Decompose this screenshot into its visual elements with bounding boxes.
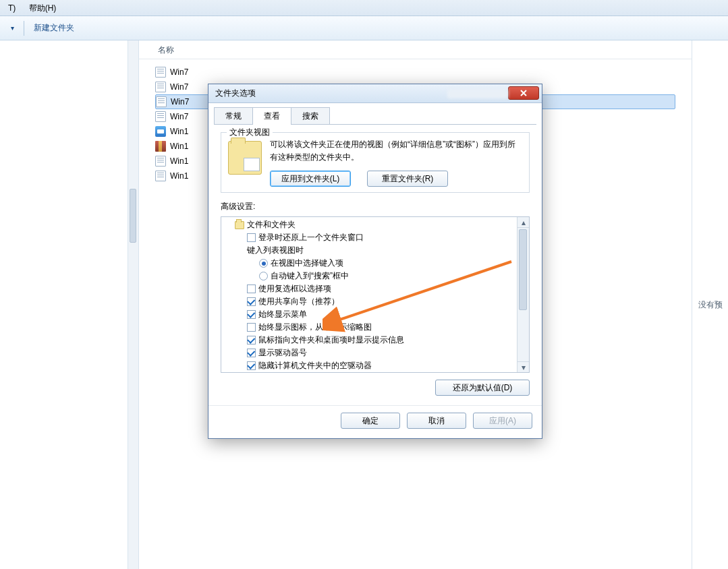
folder-options-dialog: 文件夹选项 常规 查看 搜索 文件夹视图 可以将该文件夹正在使用的视图（例如“详… — [208, 84, 542, 439]
folder-icon — [235, 221, 244, 229]
menu-bar[interactable]: T) 帮助(H) — [0, 0, 728, 16]
checkbox-icon[interactable] — [247, 349, 256, 357]
advanced-settings-box: 文件和文件夹登录时还原上一个文件夹窗口键入列表视图时在视图中选择键入项自动键入到… — [221, 216, 530, 373]
file-name: Win7 — [170, 112, 188, 121]
file-name: Win1 — [170, 156, 188, 166]
tree-item-label: 在视图中选择键入项 — [271, 258, 343, 269]
file-row[interactable]: Win7 — [155, 65, 675, 80]
checkbox-icon[interactable] — [247, 284, 256, 293]
file-name: Win1 — [170, 171, 188, 181]
close-button[interactable] — [508, 86, 539, 100]
folder-views-desc: 可以将该文件夹正在使用的视图（例如“详细信息”或“图标”）应用到所有这种类型的文… — [270, 138, 522, 164]
checkbox-icon[interactable] — [247, 336, 256, 345]
checkbox-icon[interactable] — [247, 233, 256, 242]
folder-views-legend: 文件夹视图 — [227, 127, 273, 138]
restore-defaults-button[interactable]: 还原为默认值(D) — [435, 380, 530, 396]
nav-scroll-thumb[interactable] — [130, 189, 136, 243]
folder-icon — [228, 141, 262, 175]
txt-file-icon — [156, 96, 167, 107]
tree-item[interactable]: 自动键入到“搜索”框中 — [223, 270, 517, 282]
apply-to-folders-button[interactable]: 应用到文件夹(L) — [270, 171, 351, 187]
tree-item[interactable]: 始终显示菜单 — [223, 308, 517, 321]
tree-item[interactable]: 使用共享向导（推荐） — [223, 295, 517, 308]
scroll-down-icon[interactable]: ▾ — [517, 361, 529, 372]
txt-file-icon — [155, 111, 166, 122]
advanced-scrollbar[interactable]: ▴ ▾ — [517, 217, 529, 372]
checkbox-icon[interactable] — [247, 361, 256, 370]
app-file-icon — [155, 126, 166, 137]
file-name: Win7 — [170, 67, 188, 77]
reset-folders-button[interactable]: 重置文件夹(R) — [367, 171, 448, 187]
txt-file-icon — [155, 156, 166, 167]
checkbox-icon[interactable] — [247, 297, 256, 306]
tree-item-label: 登录时还原上一个文件夹窗口 — [258, 232, 364, 243]
toolbar-new-folder[interactable]: 新建文件夹 — [24, 16, 84, 40]
dialog-tabs: 常规 查看 搜索 — [208, 103, 542, 125]
tree-item-label: 自动键入到“搜索”框中 — [271, 270, 349, 282]
file-name: Win1 — [170, 142, 188, 151]
tree-item[interactable]: 显示驱动器号 — [223, 347, 517, 359]
tab-search[interactable]: 搜索 — [291, 107, 330, 125]
tree-item[interactable]: 登录时还原上一个文件夹窗口 — [223, 231, 517, 244]
tree-item-label: 始终显示菜单 — [258, 309, 307, 320]
advanced-settings-tree[interactable]: 文件和文件夹登录时还原上一个文件夹窗口键入列表视图时在视图中选择键入项自动键入到… — [221, 217, 517, 372]
ok-button[interactable]: 确定 — [341, 413, 400, 429]
tree-item-label: 隐藏计算机文件夹中的空驱动器 — [258, 360, 372, 371]
tab-general[interactable]: 常规 — [214, 107, 253, 125]
tree-item-label: 鼠标指向文件夹和桌面项时显示提示信息 — [258, 334, 404, 346]
tree-item-label: 使用复选框以选择项 — [258, 283, 331, 295]
folder-views-group: 文件夹视图 可以将该文件夹正在使用的视图（例如“详细信息”或“图标”）应用到所有… — [221, 132, 530, 193]
tree-item-label: 显示驱动器号 — [258, 347, 307, 359]
file-name: Win7 — [171, 97, 189, 107]
scroll-up-icon[interactable]: ▴ — [517, 217, 529, 228]
file-name: Win7 — [170, 82, 188, 92]
file-name: Win1 — [170, 127, 188, 136]
tree-item[interactable]: 鼠标指向文件夹和桌面项时显示提示信息 — [223, 334, 517, 347]
advanced-scroll-thumb[interactable] — [519, 229, 527, 310]
cancel-button[interactable]: 取消 — [407, 413, 466, 429]
preview-empty-text: 没有预 — [698, 299, 723, 311]
radio-icon[interactable] — [259, 272, 268, 280]
checkbox-icon[interactable] — [247, 310, 256, 319]
preview-pane: 没有预 — [692, 40, 728, 569]
tree-item-label: 始终显示图标，从不显示缩略图 — [258, 322, 372, 333]
tree-root[interactable]: 文件和文件夹 — [223, 218, 517, 231]
close-icon — [520, 89, 528, 97]
tree-item-label: 键入列表视图时 — [247, 245, 304, 256]
toolbar-organize[interactable]: ▾ — [0, 16, 24, 40]
menu-item-tools[interactable]: T) — [3, 1, 21, 16]
apply-button[interactable]: 应用(A) — [473, 413, 532, 429]
dialog-title: 文件夹选项 — [215, 88, 443, 99]
toolbar: ▾ 新建文件夹 — [0, 16, 728, 40]
tree-item-label: 使用共享向导（推荐） — [258, 296, 339, 307]
tab-view[interactable]: 查看 — [252, 107, 291, 125]
radio-icon[interactable] — [259, 259, 268, 268]
navigation-pane[interactable] — [0, 40, 139, 569]
dialog-titlebar[interactable]: 文件夹选项 — [208, 84, 542, 103]
checkbox-icon[interactable] — [247, 323, 256, 332]
rar-file-icon — [155, 141, 166, 152]
menu-item-help[interactable]: 帮助(H) — [24, 0, 62, 17]
nav-scrollbar[interactable] — [128, 40, 138, 569]
dialog-button-row: 确定 取消 应用(A) — [208, 405, 542, 438]
txt-file-icon — [155, 82, 166, 92]
column-header-name[interactable]: 名称 — [139, 40, 692, 59]
dialog-title-blur — [447, 89, 508, 98]
tree-item[interactable]: 始终显示图标，从不显示缩略图 — [223, 321, 517, 334]
chevron-down-icon: ▾ — [9, 24, 14, 32]
txt-file-icon — [155, 67, 166, 78]
tree-item[interactable]: 键入列表视图时 — [223, 244, 517, 257]
txt-file-icon — [155, 171, 166, 181]
tree-item[interactable]: 在视图中选择键入项 — [223, 257, 517, 270]
tree-item[interactable]: 使用复选框以选择项 — [223, 282, 517, 295]
tree-root-label: 文件和文件夹 — [247, 219, 296, 231]
tree-item[interactable]: 隐藏计算机文件夹中的空驱动器 — [223, 359, 517, 372]
advanced-settings-label: 高级设置: — [221, 201, 530, 212]
